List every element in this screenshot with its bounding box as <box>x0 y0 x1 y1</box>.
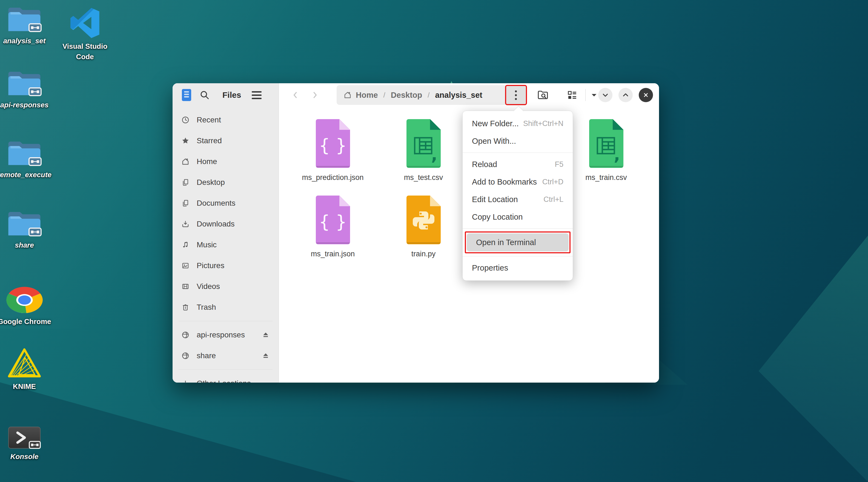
sidebar-item-other-locations[interactable]: Other Locations <box>175 373 276 383</box>
film-icon <box>181 282 190 291</box>
breadcrumb-separator: / <box>383 91 385 99</box>
sidebar-item-label: share <box>197 351 216 360</box>
pages-icon <box>181 199 190 207</box>
back-icon[interactable] <box>291 91 300 99</box>
location-context-menu: New Folder... Shift+Ctrl+N Open With... … <box>462 110 573 281</box>
sidebar-item-music[interactable]: Music <box>175 234 276 255</box>
menu-item-shortcut: Ctrl+L <box>544 195 563 204</box>
sidebar-separator <box>179 321 273 321</box>
folder-symlink-icon <box>6 209 42 237</box>
desktop-icon-api-responses[interactable]: api-responses <box>0 68 52 110</box>
search-folder-icon[interactable] <box>537 89 550 101</box>
close-button[interactable] <box>639 88 653 102</box>
menu-item-edit-location[interactable]: Edit Location Ctrl+L <box>463 191 573 208</box>
desktop-icon-label: KNIME <box>13 381 36 392</box>
sidebar-item-trash[interactable]: Trash <box>175 297 276 318</box>
folder-symlink-icon <box>6 68 42 97</box>
sidebar-item-label: Pictures <box>197 261 224 270</box>
desktop-icon-knime[interactable]: KNIME <box>0 347 52 392</box>
menu-item-label: Reload <box>472 160 497 169</box>
search-icon[interactable] <box>199 90 210 100</box>
folder-symlink-icon <box>6 4 42 33</box>
download-icon <box>181 220 190 228</box>
json-file-icon: { } <box>316 196 350 244</box>
desktop-icon-analysis-set[interactable]: analysis_set <box>0 4 52 46</box>
menu-item-open-in-terminal[interactable]: Open in Terminal <box>467 233 569 251</box>
forward-icon[interactable] <box>310 91 319 99</box>
breadcrumb-home[interactable]: Home <box>356 91 378 100</box>
sidebar-item-starred[interactable]: Starred <box>175 130 276 151</box>
symlink-emblem-icon <box>29 441 41 449</box>
sidebar-item-home[interactable]: Home <box>175 151 276 172</box>
sidebar-item-label: Desktop <box>197 178 225 187</box>
vscode-icon <box>69 8 100 38</box>
desktop-icon-chrome[interactable]: Google Chrome <box>0 286 52 327</box>
sidebar-item-desktop[interactable]: Desktop <box>175 172 276 193</box>
file-ms-train-csv[interactable]: , ms_train.csv <box>568 119 645 182</box>
desktop-icon-share[interactable]: share <box>0 209 52 250</box>
window-title: Files <box>222 90 241 100</box>
file-name: ms_test.csv <box>404 173 443 182</box>
menu-item-properties[interactable]: Properties <box>463 259 573 277</box>
file-train-py[interactable]: train.py <box>385 196 462 258</box>
desktop-icon-label: analysis_set <box>3 36 46 46</box>
headerbar-left: Files <box>173 83 279 107</box>
sidebar-item-label: Other Locations <box>197 379 251 383</box>
file-ms-test-csv[interactable]: , ms_test.csv <box>385 119 462 182</box>
location-menu-button[interactable] <box>505 85 527 105</box>
sidebar: Recent Starred Home Desktop Documents Do… <box>173 107 279 383</box>
home-icon <box>181 157 190 166</box>
menu-item-new-folder[interactable]: New Folder... Shift+Ctrl+N <box>463 115 573 132</box>
minimize-button[interactable] <box>598 88 613 102</box>
svg-text:,: , <box>431 145 437 164</box>
symlink-emblem-icon <box>28 227 42 236</box>
eject-icon[interactable] <box>261 352 270 360</box>
desktop-icon-label: share <box>15 240 34 250</box>
clock-icon <box>181 116 190 124</box>
desktop-icon-remote-execute[interactable]: remote_execute <box>0 138 52 180</box>
folder-symlink-icon <box>6 138 42 167</box>
file-ms-train-json[interactable]: { } ms_train.json <box>294 196 371 258</box>
symlink-emblem-icon <box>28 87 42 96</box>
breadcrumb-current: analysis_set <box>435 91 482 100</box>
desktop-icon-konsole[interactable]: Konsole <box>0 427 52 462</box>
sidebar-item-api-responses[interactable]: api-responses <box>175 324 276 345</box>
sidebar-item-recent[interactable]: Recent <box>175 109 276 130</box>
wallpaper-facet <box>739 235 868 482</box>
pages-icon <box>181 178 190 187</box>
sidebar-item-label: Downloads <box>197 220 235 228</box>
view-options-caret-icon[interactable] <box>590 91 598 99</box>
menu-item-open-with[interactable]: Open With... <box>463 132 573 150</box>
files-window: Files Home / Desktop / analysis_set <box>173 83 659 383</box>
sidebar-item-share[interactable]: share <box>175 345 276 366</box>
menu-item-copy-location[interactable]: Copy Location <box>463 208 573 226</box>
menu-item-label: Open in Terminal <box>476 238 536 247</box>
files-app-icon <box>182 89 191 101</box>
file-ms-prediction-json[interactable]: { } ms_prediction.json <box>294 119 371 182</box>
sidebar-item-label: Videos <box>197 282 220 291</box>
menu-separator <box>463 228 573 229</box>
breadcrumb-desktop[interactable]: Desktop <box>391 91 422 100</box>
menu-item-shortcut: F5 <box>555 160 563 169</box>
sidebar-item-label: Home <box>197 157 217 166</box>
menu-item-reload[interactable]: Reload F5 <box>463 156 573 173</box>
sidebar-item-pictures[interactable]: Pictures <box>175 255 276 276</box>
desktop-icon-vscode[interactable]: Visual Studio Code <box>55 8 115 62</box>
eject-icon[interactable] <box>261 331 270 339</box>
hamburger-menu-icon[interactable] <box>252 91 261 99</box>
chevron-up-icon <box>621 91 630 99</box>
annotation-box-open-in-terminal: Open in Terminal <box>465 231 570 253</box>
menu-item-label: Edit Location <box>472 195 518 204</box>
menu-item-label: New Folder... <box>472 119 519 128</box>
chrome-icon <box>6 286 43 314</box>
sidebar-item-videos[interactable]: Videos <box>175 276 276 297</box>
svg-text:,: , <box>614 145 620 164</box>
maximize-button[interactable] <box>618 88 633 102</box>
sidebar-item-downloads[interactable]: Downloads <box>175 214 276 234</box>
network-icon <box>181 351 190 360</box>
sidebar-item-label: Starred <box>197 136 222 145</box>
csv-file-icon: , <box>406 119 441 168</box>
list-view-icon[interactable] <box>566 89 578 101</box>
menu-item-add-to-bookmarks[interactable]: Add to Bookmarks Ctrl+D <box>463 173 573 191</box>
sidebar-item-documents[interactable]: Documents <box>175 193 276 214</box>
